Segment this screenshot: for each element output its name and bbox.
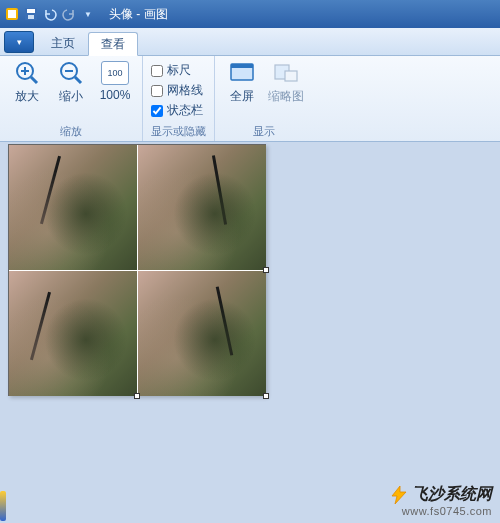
zoom-100-label: 100% <box>100 88 131 102</box>
tab-view[interactable]: 查看 <box>88 32 138 56</box>
canvas-image-4 <box>138 271 266 396</box>
ribbon-group-show: 标尺 网格线 状态栏 显示或隐藏 <box>143 56 215 141</box>
watermark-name: 飞沙系统网 <box>412 484 492 505</box>
statusbar-label: 状态栏 <box>167 102 203 119</box>
title-bar: ▼ 头像 - 画图 <box>0 0 500 28</box>
resize-handle-e[interactable] <box>263 267 269 273</box>
canvas-image-3 <box>9 271 137 396</box>
ribbon-group-display: 全屏 缩略图 显示 <box>215 56 313 141</box>
group-label-zoom: 缩放 <box>8 122 134 139</box>
tab-home[interactable]: 主页 <box>38 31 88 55</box>
zoom-100-button[interactable]: 100 100% <box>96 60 134 102</box>
gridlines-checkbox-input[interactable] <box>151 85 163 97</box>
ruler-checkbox[interactable]: 标尺 <box>151 62 203 79</box>
app-name: 画图 <box>144 7 168 21</box>
zoom-100-icon: 100 <box>101 60 129 86</box>
app-icon <box>4 6 20 22</box>
fullscreen-button[interactable]: 全屏 <box>223 60 261 105</box>
window-title: 头像 - 画图 <box>109 6 168 23</box>
zoom-in-button[interactable]: 放大 <box>8 60 46 105</box>
resize-handle-s[interactable] <box>134 393 140 399</box>
decorative-strip <box>0 491 6 521</box>
zoom-in-icon <box>13 60 41 86</box>
redo-icon[interactable] <box>61 6 77 22</box>
save-icon[interactable] <box>23 6 39 22</box>
svg-rect-1 <box>8 10 16 18</box>
svg-line-11 <box>75 77 81 83</box>
zoom-out-icon <box>57 60 85 86</box>
ribbon-tabs: ▾ 主页 查看 <box>0 28 500 56</box>
thumbnail-button[interactable]: 缩略图 <box>267 60 305 105</box>
svg-rect-13 <box>231 64 253 68</box>
svg-line-8 <box>31 77 37 83</box>
statusbar-checkbox-input[interactable] <box>151 105 163 117</box>
ruler-label: 标尺 <box>167 62 191 79</box>
ruler-checkbox-input[interactable] <box>151 65 163 77</box>
zoom-out-button[interactable]: 缩小 <box>52 60 90 105</box>
canvas-image-2 <box>138 145 266 270</box>
group-label-display: 显示 <box>223 122 305 139</box>
undo-icon[interactable] <box>42 6 58 22</box>
ribbon: 放大 缩小 100 100% 缩放 标尺 <box>0 56 500 142</box>
fullscreen-icon <box>228 60 256 86</box>
zoom-in-label: 放大 <box>15 88 39 105</box>
svg-rect-15 <box>285 71 297 81</box>
group-label-show: 显示或隐藏 <box>151 122 206 139</box>
workspace[interactable]: 所以图片排列完成后缩小画布到合适大小 飞沙系统网 www.fs0745.com <box>0 142 500 523</box>
gridlines-checkbox[interactable]: 网格线 <box>151 82 203 99</box>
app-menu-button[interactable]: ▾ <box>4 31 34 53</box>
title-sep: - <box>136 7 143 21</box>
thumbnail-label: 缩略图 <box>268 88 304 105</box>
lightning-icon <box>388 485 410 505</box>
watermark: 飞沙系统网 www.fs0745.com <box>388 484 492 517</box>
thumbnail-icon <box>272 60 300 86</box>
chevron-down-icon: ▾ <box>17 37 22 47</box>
resize-handle-se[interactable] <box>263 393 269 399</box>
zoom-out-label: 缩小 <box>59 88 83 105</box>
gridlines-label: 网格线 <box>167 82 203 99</box>
canvas[interactable] <box>8 144 266 396</box>
ribbon-group-zoom: 放大 缩小 100 100% 缩放 <box>0 56 143 141</box>
qat-customize-icon[interactable]: ▼ <box>80 6 96 22</box>
watermark-url: www.fs0745.com <box>388 505 492 517</box>
fullscreen-label: 全屏 <box>230 88 254 105</box>
svg-rect-3 <box>27 9 35 13</box>
statusbar-checkbox[interactable]: 状态栏 <box>151 102 203 119</box>
svg-rect-4 <box>28 15 34 19</box>
canvas-image-1 <box>9 145 137 270</box>
doc-name: 头像 <box>109 7 133 21</box>
